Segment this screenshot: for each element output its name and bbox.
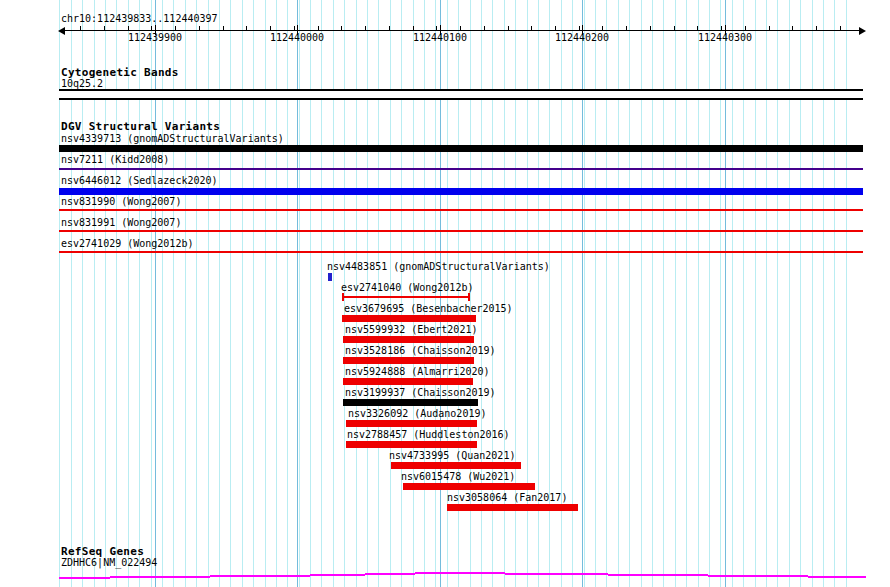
variant-glyph-nsv3199937[interactable] [343, 399, 478, 406]
variant-glyph-cap-left-esv2741040 [342, 293, 344, 301]
ruler-tick [341, 26, 342, 31]
ruler-tick [151, 26, 152, 31]
variant-glyph-cap-right-esv2741040 [468, 293, 470, 301]
variant-label-nsv2788457[interactable]: nsv2788457 (Huddleston2016) [347, 429, 510, 440]
variant-label-nsv4733995[interactable]: nsv4733995 (Quan2021) [389, 450, 515, 461]
ruler-tick-label: 112440100 [410, 33, 470, 43]
variant-label-nsv5599932[interactable]: nsv5599932 (Ebert2021) [345, 324, 477, 335]
variant-glyph-nsv5924888[interactable] [343, 378, 473, 385]
variant-label-nsv6015478[interactable]: nsv6015478 (Wu2021) [401, 471, 515, 482]
variant-glyph-nsv2788457[interactable] [346, 441, 477, 448]
ruler-tick [104, 26, 105, 31]
ruler-tick [460, 26, 461, 31]
variant-label-nsv7211[interactable]: nsv7211 (Kidd2008) [61, 154, 169, 165]
ruler-tick [294, 26, 295, 31]
variant-label-nsv3199937[interactable]: nsv3199937 (Chaisson2019) [345, 387, 496, 398]
variant-glyph-nsv3058064[interactable] [447, 504, 578, 511]
ruler-tick [840, 26, 841, 31]
genome-browser-panel: chr10:112439833..112440397 1124399001124… [0, 0, 890, 587]
gene-label[interactable]: ZDHHC6|NM_022494 [61, 557, 157, 568]
variant-label-esv3679695[interactable]: esv3679695 (Besenbacher2015) [344, 303, 513, 314]
variant-label-esv2741029[interactable]: esv2741029 (Wong2012b) [61, 238, 193, 249]
ruler-tick [769, 26, 770, 31]
ruler-tick-label: 112440200 [552, 33, 612, 43]
variant-label-esv2741040[interactable]: esv2741040 (Wong2012b) [341, 282, 473, 293]
ruler-tick [508, 26, 509, 31]
variant-label-nsv3326092[interactable]: nsv3326092 (Audano2019) [348, 408, 486, 419]
ruler-arrow-right [859, 27, 866, 35]
variant-label-nsv831991[interactable]: nsv831991 (Wong2007) [61, 217, 181, 228]
section-title-refseq-genes: RefSeq Genes [61, 546, 144, 557]
ruler-line [63, 30, 864, 31]
gene-intron-segment[interactable] [310, 574, 365, 576]
ruler-tick [484, 26, 485, 31]
ruler-tick-label: 112440300 [695, 33, 755, 43]
variant-label-nsv4339713[interactable]: nsv4339713 (gnomADStructuralVariants) [61, 133, 284, 144]
ruler-tick [721, 26, 722, 31]
variant-glyph-esv3679695[interactable] [342, 315, 476, 322]
ruler-tick [626, 26, 627, 31]
ruler-tick [555, 26, 556, 31]
variant-glyph-esv2741040[interactable] [342, 296, 470, 298]
section-title-cytogenetic-bands: Cytogenetic Bands [61, 67, 179, 78]
cytoband-label: 10q25.2 [61, 78, 103, 89]
ruler-tick [389, 26, 390, 31]
cytoband-box[interactable] [59, 89, 863, 100]
ruler-tick [650, 26, 651, 31]
ruler-tick [223, 26, 224, 31]
ruler-arrow-left [58, 27, 65, 35]
ruler-tick [697, 26, 698, 31]
variant-label-nsv3528186[interactable]: nsv3528186 (Chaisson2019) [345, 345, 496, 356]
gene-intron-segment[interactable] [708, 575, 808, 577]
gene-intron-segment[interactable] [608, 574, 708, 576]
gene-intron-segment[interactable] [415, 572, 505, 574]
ruler-tick [175, 26, 176, 31]
variant-glyph-nsv3528186[interactable] [343, 357, 474, 364]
ruler-tick [579, 26, 580, 31]
ruler-tick [531, 26, 532, 31]
gene-intron-segment[interactable] [808, 576, 866, 578]
ruler-tick [816, 26, 817, 31]
variant-glyph-nsv3326092[interactable] [346, 420, 477, 427]
variant-label-nsv3058064[interactable]: nsv3058064 (Fan2017) [447, 492, 567, 503]
variant-glyph-nsv4733995[interactable] [391, 462, 521, 469]
ruler-tick [199, 26, 200, 31]
ruler-tick [602, 26, 603, 31]
variant-glyph-nsv4339713[interactable] [59, 145, 863, 152]
variant-label-nsv831990[interactable]: nsv831990 (Wong2007) [61, 196, 181, 207]
ruler-tick [674, 26, 675, 31]
gene-intron-segment[interactable] [505, 573, 608, 575]
variant-glyph-nsv831991[interactable] [59, 230, 863, 232]
variant-glyph-nsv4483851[interactable] [328, 273, 332, 281]
ruler-tick [246, 26, 247, 31]
ruler-tick [80, 26, 81, 31]
ruler-tick [436, 26, 437, 31]
gene-intron-segment[interactable] [59, 577, 110, 579]
variant-glyph-nsv6015478[interactable] [403, 483, 535, 490]
ruler-tick [365, 26, 366, 31]
region-coordinates: chr10:112439833..112440397 [61, 13, 218, 24]
variant-glyph-esv2741029[interactable] [59, 251, 863, 253]
variant-label-nsv6446012[interactable]: nsv6446012 (Sedlazeck2020) [61, 175, 218, 186]
ruler-tick [792, 26, 793, 31]
ruler-tick [318, 26, 319, 31]
gene-intron-segment[interactable] [110, 576, 210, 578]
variant-glyph-nsv5599932[interactable] [343, 336, 474, 343]
variant-label-nsv4483851[interactable]: nsv4483851 (gnomADStructuralVariants) [327, 261, 550, 272]
ruler-tick [270, 26, 271, 31]
ruler-tick [413, 26, 414, 31]
variant-glyph-nsv7211[interactable] [59, 168, 863, 170]
ruler-tick [128, 26, 129, 31]
variant-label-nsv5924888[interactable]: nsv5924888 (Almarri2020) [345, 366, 490, 377]
ruler-tick-label: 112439900 [125, 33, 185, 43]
gene-intron-segment[interactable] [210, 575, 310, 577]
variant-glyph-nsv831990[interactable] [59, 209, 863, 211]
gene-intron-segment[interactable] [365, 573, 415, 575]
ruler-tick [745, 26, 746, 31]
ruler-tick-label: 112440000 [267, 33, 327, 43]
section-title-dgv-structural-variants: DGV Structural Variants [61, 121, 220, 132]
variant-glyph-nsv6446012[interactable] [59, 188, 863, 195]
